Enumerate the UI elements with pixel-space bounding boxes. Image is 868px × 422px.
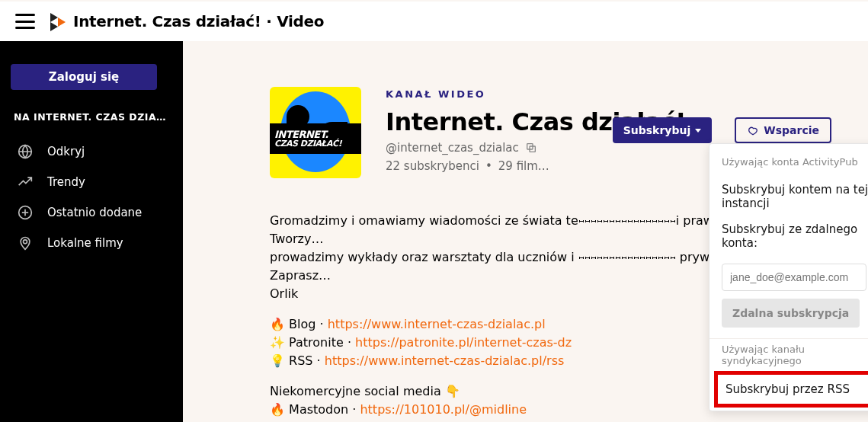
support-label: Wsparcie [764, 124, 819, 136]
trend-icon [17, 174, 34, 190]
subscribe-instance-row[interactable]: Subskrybuj kontem na tej instancji [722, 177, 868, 216]
copy-icon[interactable] [525, 142, 537, 154]
sidebar-item-label: Ostatnio dodane [47, 206, 142, 219]
svg-point-4 [24, 240, 27, 244]
sidebar-item-trending[interactable]: Trendy [11, 167, 172, 197]
rss-highlight-box: Subskrybuj przez RSS [714, 371, 868, 408]
remote-subscribe-button[interactable]: Zdalna subskrypcja [722, 299, 860, 328]
subscribe-remote-label: Subskrybuj ze zdalnego konta: [722, 216, 868, 256]
blog-link[interactable]: https://www.internet-czas-dzialac.pl [328, 317, 546, 331]
hamburger-menu-icon[interactable] [15, 14, 35, 29]
heart-hand-icon [747, 123, 759, 138]
remote-account-input[interactable] [722, 264, 866, 291]
patronite-link[interactable]: https://patronite.pl/internet-czas-dz [355, 335, 572, 350]
mastodon-link[interactable]: https://101010.pl/@midline [360, 402, 527, 417]
header: Internet. Czas działać! · Video [0, 2, 868, 41]
chevron-down-icon [695, 129, 701, 133]
peertube-logo-icon[interactable] [50, 13, 66, 30]
sidebar-item-recent[interactable]: Ostatnio dodane [11, 197, 172, 228]
channel-eyebrow: KANAŁ WIDEO [386, 88, 831, 100]
sidebar-item-label: Trendy [47, 175, 85, 189]
sidebar-item-label: Lokalne filmy [47, 236, 123, 250]
rss-link[interactable]: https://www.internet-czas-dzialac.pl/rss [325, 353, 565, 368]
subscribe-label: Subskrybuj [623, 124, 691, 136]
subscribe-rss-row[interactable]: Subskrybuj przez RSS [718, 375, 868, 404]
sidebar-item-label: Odkryj [47, 145, 85, 158]
dropdown-syndication-heading: Używając kanału syndykacyjnego [722, 344, 868, 366]
subscribe-button[interactable]: Subskrybuj [613, 117, 713, 143]
sidebar: Zaloguj się NA INTERNET. CZAS DZIAŁAĆ! …… [0, 41, 183, 422]
sidebar-section-label: NA INTERNET. CZAS DZIAŁAĆ! … [11, 111, 172, 123]
subscribe-dropdown: Używając konta ActivityPub Subskrybuj ko… [709, 143, 868, 411]
support-button[interactable]: Wsparcie [735, 117, 831, 143]
sidebar-item-discover[interactable]: Odkryj [11, 136, 172, 167]
map-pin-icon [17, 235, 34, 251]
channel-handle: @internet_czas_dzialac [386, 141, 519, 155]
globe-icon [17, 143, 34, 160]
sidebar-nav: Odkryj Trendy Ostatnio dodane Lokalne fi… [11, 136, 172, 258]
main: Subskrybuj Wsparcie INTERNET.CZAS DZIAŁA… [183, 41, 868, 422]
dropdown-activitypub-heading: Używając konta ActivityPub [722, 156, 868, 168]
channel-avatar: INTERNET.CZAS DZIAŁAĆ! [270, 87, 361, 178]
plus-circle-icon [17, 204, 34, 221]
divider [709, 338, 868, 339]
login-button[interactable]: Zaloguj się [11, 64, 157, 90]
site-title[interactable]: Internet. Czas działać! · Video [73, 12, 324, 30]
sidebar-item-local[interactable]: Lokalne filmy [11, 228, 172, 258]
